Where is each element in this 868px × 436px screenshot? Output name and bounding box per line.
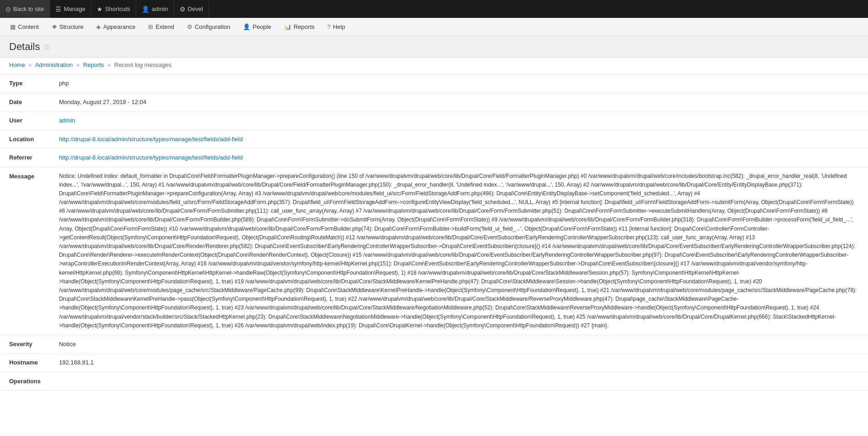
table-row-message: Message Notice: Undefined index: default… xyxy=(0,167,868,335)
type-label: Type xyxy=(0,74,50,93)
type-value: php xyxy=(50,74,868,93)
back-to-site-button[interactable]: ⊙ Back to site xyxy=(0,0,50,18)
message-value: Notice: Undefined index: default_formatt… xyxy=(50,167,868,335)
nav-people[interactable]: 👤 People xyxy=(236,18,277,36)
extend-icon: ⊞ xyxy=(148,23,153,30)
hostname-label: Hostname xyxy=(0,353,50,372)
nav-configuration[interactable]: ⚙ Configuration xyxy=(181,18,236,36)
page-title: Details xyxy=(9,41,40,53)
bookmark-icon[interactable]: ☆ xyxy=(44,43,50,51)
location-label: Location xyxy=(0,130,50,149)
date-label: Date xyxy=(0,93,50,111)
help-icon: ? xyxy=(327,23,330,30)
referrer-value: http://drupal-8.local/admin/structure/ty… xyxy=(50,149,868,167)
table-row-severity: Severity Notice xyxy=(0,335,868,353)
star-icon: ★ xyxy=(97,6,103,13)
user-link[interactable]: admin xyxy=(59,117,75,124)
breadcrumb-home[interactable]: Home xyxy=(9,61,25,68)
referrer-link[interactable]: http://drupal-8.local/admin/structure/ty… xyxy=(59,154,243,161)
nav-extend[interactable]: ⊞ Extend xyxy=(142,18,180,36)
severity-value: Notice xyxy=(50,335,868,353)
nav-reports[interactable]: 📊 Reports xyxy=(278,18,321,36)
nav-help[interactable]: ? Help xyxy=(321,18,352,36)
operations-label: Operations xyxy=(0,372,50,391)
table-row-operations: Operations xyxy=(0,372,868,391)
nav-appearance[interactable]: ◈ Appearance xyxy=(90,18,142,36)
location-value: http://drupal-8.local/admin/structure/ty… xyxy=(50,130,868,149)
menu-icon: ☰ xyxy=(55,6,61,13)
reports-icon: 📊 xyxy=(284,23,291,30)
referrer-label: Referrer xyxy=(0,149,50,167)
date-value: Monday, August 27, 2018 - 12:04 xyxy=(50,93,868,111)
page-content: Details ☆ Home » Administration » Report… xyxy=(0,36,868,391)
hostname-value: 192.168.81.1 xyxy=(50,353,868,372)
table-row-date: Date Monday, August 27, 2018 - 12:04 xyxy=(0,93,868,111)
breadcrumb: Home » Administration » Reports » Recent… xyxy=(0,58,868,72)
page-title-bar: Details ☆ xyxy=(0,36,868,58)
gear-icon: ⚙ xyxy=(180,6,186,13)
nav-structure[interactable]: ❖ Structure xyxy=(45,18,90,36)
user-value: admin xyxy=(50,111,868,130)
table-row-user: User admin xyxy=(0,111,868,130)
severity-label: Severity xyxy=(0,335,50,353)
breadcrumb-reports[interactable]: Reports xyxy=(83,61,104,68)
breadcrumb-administration[interactable]: Administration xyxy=(35,61,72,68)
nav-content[interactable]: ▦ Content xyxy=(4,18,45,36)
devel-button[interactable]: ⚙ Devel xyxy=(174,0,209,18)
manage-button[interactable]: ☰ Manage xyxy=(50,0,91,18)
user-label: User xyxy=(0,111,50,130)
user-icon: 👤 xyxy=(142,6,149,13)
home-icon: ⊙ xyxy=(5,6,11,13)
message-text: Notice: Undefined index: default_formatt… xyxy=(59,172,859,330)
table-row-hostname: Hostname 192.168.81.1 xyxy=(0,353,868,372)
table-row-location: Location http://drupal-8.local/admin/str… xyxy=(0,130,868,149)
shortcuts-button[interactable]: ★ Shortcuts xyxy=(91,0,136,18)
people-icon: 👤 xyxy=(243,23,250,30)
admin-toolbar: ⊙ Back to site ☰ Manage ★ Shortcuts 👤 ad… xyxy=(0,0,868,18)
location-link[interactable]: http://drupal-8.local/admin/structure/ty… xyxy=(59,136,243,143)
structure-icon: ❖ xyxy=(52,23,57,30)
table-row-type: Type php xyxy=(0,74,868,93)
admin-user-button[interactable]: 👤 admin xyxy=(136,0,174,18)
configuration-icon: ⚙ xyxy=(187,23,192,30)
content-icon: ▦ xyxy=(10,23,16,30)
message-label: Message xyxy=(0,167,50,335)
table-row-referrer: Referrer http://drupal-8.local/admin/str… xyxy=(0,149,868,167)
breadcrumb-current: Recent log messages xyxy=(114,61,171,68)
details-table: Type php Date Monday, August 27, 2018 - … xyxy=(0,74,868,391)
secondary-nav: ▦ Content ❖ Structure ◈ Appearance ⊞ Ext… xyxy=(0,18,868,36)
operations-value xyxy=(50,372,868,391)
appearance-icon: ◈ xyxy=(96,23,101,30)
